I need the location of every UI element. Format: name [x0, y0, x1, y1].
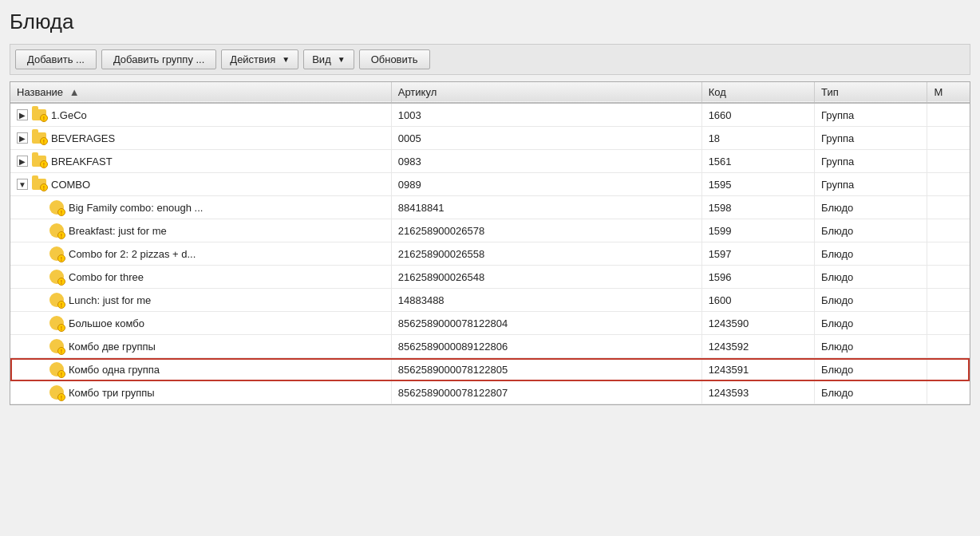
row-name-text: Большое комбо — [69, 317, 144, 329]
col-header-code[interactable]: Код — [701, 82, 814, 103]
actions-button[interactable]: Действия ▼ — [221, 49, 298, 69]
row-name-text: COMBO — [51, 179, 90, 191]
cell-code: 1600 — [701, 289, 814, 312]
table-row[interactable]: ▶!BEVERAGES000518Группа — [10, 127, 970, 150]
cell-article: 1003 — [391, 103, 701, 127]
table-row[interactable]: ▶!1.GeCo10031660Группа — [10, 103, 970, 127]
cell-code: 1243593 — [701, 381, 814, 404]
table-row[interactable]: !Комбо три группы85625890000781228071243… — [10, 381, 970, 404]
warning-badge: ! — [57, 208, 65, 216]
table-row[interactable]: !Большое комбо85625890000781228041243590… — [10, 312, 970, 335]
dish-shape: ! — [49, 339, 64, 353]
view-label: Вид — [312, 53, 331, 65]
row-name-text: Комбо три группы — [69, 387, 155, 399]
table-row[interactable]: !Combo for three2162589000265481596Блюдо — [10, 266, 970, 289]
cell-code: 1243591 — [701, 358, 814, 381]
actions-label: Действия — [230, 53, 275, 65]
cell-type: Блюдо — [815, 242, 927, 266]
dish-shape: ! — [49, 200, 64, 215]
table-row[interactable]: ▶!BREAKFAST09831561Группа — [10, 150, 970, 173]
folder-shape: ! — [32, 109, 46, 120]
folder-shape: ! — [32, 132, 46, 144]
expand-button[interactable]: ▶ — [17, 156, 28, 167]
cell-type: Блюдо — [815, 312, 927, 335]
table-row[interactable]: ▼!COMBO09891595Группа — [10, 173, 970, 196]
warning-badge: ! — [40, 183, 48, 191]
warning-badge: ! — [57, 324, 65, 332]
cell-article: 8562589000078122804 — [391, 312, 701, 335]
collapse-button[interactable]: ▼ — [17, 179, 28, 190]
table-row[interactable]: !Big Family combo: enough ...88418841159… — [10, 196, 970, 219]
cell-m — [927, 289, 970, 312]
expand-button[interactable]: ▶ — [17, 132, 28, 144]
cell-m — [927, 266, 970, 289]
row-name-text: BREAKFAST — [51, 156, 113, 168]
expand-button[interactable]: ▶ — [17, 109, 28, 120]
warning-badge: ! — [40, 114, 48, 122]
cell-article: 216258900026548 — [391, 266, 701, 289]
warning-badge: ! — [57, 393, 65, 401]
row-name-text: Combo for 2: 2 pizzas + d... — [69, 248, 196, 260]
cell-m — [927, 219, 970, 242]
cell-type: Группа — [815, 127, 927, 150]
cell-type: Блюдо — [815, 266, 927, 289]
col-header-m[interactable]: М — [927, 82, 970, 103]
cell-code: 1597 — [701, 242, 814, 266]
cell-m — [927, 358, 970, 381]
add-button[interactable]: Добавить ... — [15, 49, 97, 69]
dish-shape: ! — [49, 385, 64, 400]
view-button[interactable]: Вид ▼ — [303, 49, 354, 69]
cell-m — [927, 196, 970, 219]
dish-shape: ! — [49, 270, 64, 284]
refresh-button[interactable]: Обновить — [359, 49, 430, 69]
col-header-name[interactable]: Название ▲ — [10, 82, 391, 103]
add-group-button[interactable]: Добавить группу ... — [101, 49, 216, 69]
cell-type: Блюдо — [815, 219, 927, 242]
page-title: Блюда — [10, 10, 970, 34]
cell-code: 18 — [701, 127, 814, 150]
dish-icon: ! — [49, 361, 65, 377]
row-name-text: Big Family combo: enough ... — [69, 202, 203, 214]
dish-shape: ! — [49, 316, 64, 330]
cell-m — [927, 335, 970, 358]
dish-icon: ! — [49, 315, 65, 331]
col-header-article[interactable]: Артикул — [391, 82, 701, 103]
cell-type: Блюдо — [815, 381, 927, 404]
dish-shape: ! — [49, 246, 64, 261]
col-header-type[interactable]: Тип — [815, 82, 927, 103]
cell-code: 1660 — [701, 103, 814, 127]
table-row[interactable]: !Combo for 2: 2 pizzas + d...21625890002… — [10, 242, 970, 266]
cell-type: Блюдо — [815, 289, 927, 312]
dish-icon: ! — [49, 292, 65, 308]
cell-name: ▶!1.GeCo — [10, 103, 391, 127]
cell-name: !Lunch: just for me — [10, 289, 391, 312]
sort-arrow-icon: ▲ — [69, 86, 80, 98]
folder-icon: ! — [31, 107, 47, 123]
cell-article: 0989 — [391, 173, 701, 196]
cell-article: 0005 — [391, 127, 701, 150]
row-name-text: 1.GeCo — [51, 109, 87, 121]
cell-name: !Combo for 2: 2 pizzas + d... — [10, 242, 391, 266]
cell-code: 1596 — [701, 266, 814, 289]
dish-shape: ! — [49, 362, 64, 376]
table-row[interactable]: !Lunch: just for me148834881600Блюдо — [10, 289, 970, 312]
cell-type: Группа — [815, 173, 927, 196]
cell-name: !Комбо одна группа — [10, 358, 391, 381]
cell-code: 1595 — [701, 173, 814, 196]
cell-article: 8562589000078122805 — [391, 358, 701, 381]
cell-code: 1561 — [701, 150, 814, 173]
cell-m — [927, 150, 970, 173]
folder-icon: ! — [31, 130, 47, 146]
table-row[interactable]: !Комбо одна группа8562589000078122805124… — [10, 358, 970, 381]
cell-code: 1243592 — [701, 335, 814, 358]
cell-m — [927, 127, 970, 150]
table-row[interactable]: !Breakfast: just for me21625890002657815… — [10, 219, 970, 242]
cell-article: 216258900026558 — [391, 242, 701, 266]
cell-type: Группа — [815, 103, 927, 127]
folder-icon: ! — [31, 176, 47, 192]
table-row[interactable]: !Комбо две группы85625890000891228061243… — [10, 335, 970, 358]
cell-type: Группа — [815, 150, 927, 173]
dish-shape: ! — [49, 223, 64, 238]
cell-m — [927, 242, 970, 266]
cell-code: 1243590 — [701, 312, 814, 335]
